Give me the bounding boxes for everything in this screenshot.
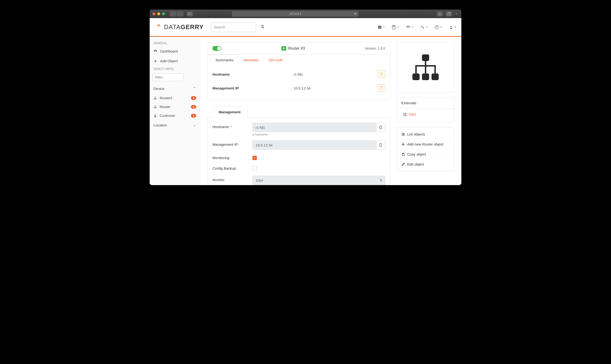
copy-mgmtip-field-button[interactable]	[376, 141, 385, 150]
maximize-icon[interactable]	[162, 13, 165, 15]
copy-icon	[401, 153, 405, 156]
sidebar-item-label: Dashboard	[160, 49, 178, 53]
form-label-hostname: Hostname: *	[213, 123, 252, 129]
management-tab[interactable]: Management	[212, 106, 248, 117]
reload-icon[interactable]: ⟳	[354, 12, 357, 15]
tabs-button[interactable]	[446, 11, 452, 16]
hostname-input[interactable]	[252, 123, 376, 132]
actions-card: List objects Add new Router object Copy …	[397, 127, 454, 171]
forward-button[interactable]: ›	[177, 11, 184, 16]
action-label: Add new Router object	[407, 142, 443, 146]
search-input[interactable]	[211, 22, 256, 32]
share-button[interactable]	[437, 11, 443, 16]
sidebar-item-label: Add Object	[160, 59, 178, 63]
svg-rect-14	[155, 107, 156, 108]
svg-rect-15	[156, 107, 157, 108]
gauge-icon	[406, 25, 410, 29]
copy-hostname-button[interactable]	[378, 71, 385, 78]
sidebar-item-customer[interactable]: Customer 2	[150, 111, 200, 120]
minimize-icon[interactable]	[157, 13, 160, 15]
form-label-config-backup: Config Backup:	[213, 164, 252, 170]
browser-window: ‹ › 127.0.0.1 ⟳ + DATAGERRY	[150, 10, 461, 185]
sidebar-toggle-button[interactable]	[186, 11, 193, 16]
action-label: List objects	[407, 132, 425, 136]
form-label-mgmtip: Management IP:	[213, 141, 252, 146]
logo-icon	[154, 23, 163, 31]
logo[interactable]: DATAGERRY	[154, 23, 204, 31]
sidebar-item-add-object[interactable]: Add Object	[150, 56, 200, 66]
sidebar-section-object: OBJECT MENU	[150, 66, 200, 72]
svg-rect-35	[402, 135, 405, 135]
hostname-help: a hostname	[252, 133, 385, 136]
tab-metadata[interactable]: Metadata	[239, 54, 264, 65]
copy-hostname-field-button[interactable]	[376, 123, 385, 132]
sidebar-section-general: GENERAL	[150, 40, 200, 46]
tab-summaries[interactable]: Summaries	[211, 54, 239, 65]
plus-icon	[153, 59, 157, 63]
svg-rect-18	[381, 87, 383, 90]
svg-rect-23	[422, 74, 429, 80]
summary-row-hostname: Hostname r1-fd1	[210, 67, 388, 81]
gears-icon	[420, 25, 425, 29]
clipboard-icon	[379, 143, 382, 147]
summary-value: r1-fd1	[293, 72, 378, 76]
traffic-lights	[153, 13, 165, 15]
sidebar-group-label: Device	[153, 87, 164, 91]
action-list-objects[interactable]: List objects	[397, 129, 454, 139]
plus-icon	[401, 143, 405, 146]
sidebar-filter-input[interactable]	[153, 74, 184, 81]
svg-rect-34	[402, 135, 402, 135]
nav-dashboard[interactable]: ▼	[406, 25, 414, 29]
svg-rect-21	[422, 54, 429, 61]
tab-qr[interactable]: QR code	[264, 54, 288, 65]
sidebar-item-router[interactable]: Router 6	[150, 102, 200, 111]
svg-rect-30	[402, 133, 402, 134]
sidebar-group-device[interactable]: Device ⌃	[150, 83, 200, 93]
count-badge: 2	[191, 114, 196, 117]
url-text: 127.0.0.1	[289, 12, 301, 15]
action-edit-object[interactable]: Edit object	[397, 159, 454, 169]
sidebar-group-location[interactable]: Location ⌄	[150, 120, 200, 130]
sidebar-item-dashboard[interactable]: Dashboard	[150, 46, 200, 56]
svg-rect-10	[155, 99, 156, 99]
external-link-icon	[403, 113, 407, 116]
svg-rect-9	[154, 99, 155, 99]
app-header: DATAGERRY ▼ ▼ ▼ ▼ ▼ ▼	[150, 18, 461, 37]
nav-user[interactable]: ▼	[449, 25, 457, 29]
person-icon	[153, 114, 157, 117]
mgmtip-input[interactable]	[252, 141, 376, 150]
sidebar-item-label: Router	[160, 105, 170, 109]
search-icon	[260, 25, 265, 29]
nav-settings[interactable]: ▼	[420, 25, 428, 29]
back-button[interactable]: ‹	[170, 11, 176, 16]
sidebar-item-router2[interactable]: Router2 0	[150, 93, 200, 102]
clipboard-icon	[380, 86, 383, 90]
active-toggle[interactable]	[213, 46, 222, 51]
new-tab-button[interactable]: +	[454, 12, 458, 16]
nav-map[interactable]: ▼	[378, 25, 385, 29]
action-copy-object[interactable]: Copy object	[397, 149, 454, 159]
close-icon[interactable]	[153, 13, 155, 15]
access-select[interactable]: SSH ⇅	[252, 176, 385, 185]
svg-point-3	[392, 25, 396, 26]
sidebar: GENERAL Dashboard Add Object OBJECT MENU…	[150, 37, 200, 185]
object-version: Version: 1.0.0	[365, 47, 385, 50]
action-add-object[interactable]: Add new Router object	[397, 139, 454, 149]
config-backup-checkbox[interactable]	[252, 166, 257, 170]
summary-label: Management IP	[213, 86, 293, 90]
svg-rect-33	[402, 134, 405, 134]
svg-point-7	[450, 26, 452, 27]
copy-mgmtip-button[interactable]	[378, 84, 385, 91]
svg-rect-28	[425, 66, 426, 74]
search-button[interactable]	[260, 25, 265, 30]
clipboard-icon	[379, 126, 382, 129]
action-label: Copy object	[407, 152, 426, 156]
svg-rect-17	[381, 73, 383, 76]
monitoring-checkbox[interactable]	[252, 156, 257, 160]
sidebar-group-label: Location	[153, 123, 167, 127]
external-link-ssh[interactable]: SSH	[403, 112, 448, 117]
url-bar[interactable]: 127.0.0.1 ⟳	[232, 11, 359, 17]
map-icon	[378, 25, 382, 29]
nav-help[interactable]: ▼	[435, 25, 442, 29]
nav-database[interactable]: ▼	[392, 25, 399, 29]
